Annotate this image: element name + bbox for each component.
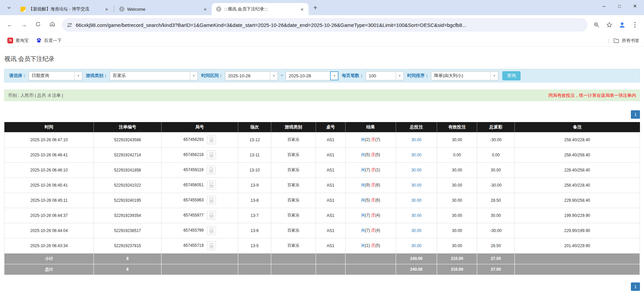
cell-payout: 30.00: [477, 208, 514, 223]
chevron-down-icon[interactable]: ▼: [490, 72, 498, 80]
cell-round-id: 657455719: [161, 238, 238, 253]
chevron-down-icon[interactable]: ▼: [396, 72, 403, 80]
browser-menu-button[interactable]: [629, 19, 641, 31]
cell-game-type: 百家乐: [271, 193, 316, 208]
game-type-select[interactable]: 百家乐 ▼: [110, 71, 198, 80]
total-bet-link[interactable]: 30.00: [411, 183, 421, 188]
sort-value: 降幂(由大到小): [431, 72, 490, 80]
all-bookmarks[interactable]: | 所有书签: [608, 38, 639, 44]
chevron-down-icon[interactable]: ▼: [190, 72, 198, 80]
video-replay-button[interactable]: [207, 150, 216, 159]
total-bet-link[interactable]: 30.00: [411, 168, 421, 172]
profile-button[interactable]: [616, 19, 628, 31]
reload-button[interactable]: [32, 18, 44, 31]
player-result: 闲: [361, 152, 365, 157]
total-bet-link[interactable]: 30.00: [411, 213, 421, 218]
cell-result: 闲(9) 庄(6): [346, 178, 396, 193]
tab-bet-records[interactable]: :::视讯 会员下注纪录::: ×: [212, 3, 309, 15]
video-replay-button[interactable]: [207, 181, 216, 190]
cell-game-type: 百家乐: [271, 162, 316, 178]
date-start-select[interactable]: 2025-10-26 ▼: [225, 71, 278, 80]
total-bet-link[interactable]: 30.00: [411, 198, 421, 203]
close-icon[interactable]: ×: [202, 6, 208, 12]
video-replay-button[interactable]: [207, 196, 216, 205]
folder-icon: [613, 38, 619, 43]
minimize-button[interactable]: ─: [596, 0, 612, 12]
subtotal-count: 8: [94, 253, 161, 264]
chevron-down-icon[interactable]: ▼: [270, 72, 278, 80]
cell-game-type: 百家乐: [271, 223, 316, 238]
bookmark-taobao[interactable]: 淘 爱淘宝: [5, 37, 31, 45]
total-bet-link[interactable]: 30.00: [411, 243, 421, 248]
video-replay-button[interactable]: [207, 135, 216, 144]
banker-result: 庄: [371, 152, 375, 157]
forward-button[interactable]: →: [17, 18, 30, 31]
bookmark-label: 百度一下: [44, 38, 62, 44]
player-result: 闲: [361, 228, 365, 233]
cell-bet-id: 522919238517: [94, 223, 161, 238]
player-result: 闲: [361, 198, 365, 202]
filter-bar: 请选择： 日期查询 ▼ 游戏类别： 百家乐 ▼ 时间区间： 2025-10-26…: [4, 69, 640, 82]
page-number-button[interactable]: 1: [631, 282, 640, 291]
table-row: 2025-10-26 06:44:04 522919238517 6574557…: [4, 223, 640, 238]
chevron-down-icon[interactable]: ▼: [74, 72, 82, 80]
cell-result: 闲(7) 庄(4): [346, 223, 396, 238]
video-replay-button[interactable]: [207, 165, 216, 175]
cell-result: 闲(5) 庄(5): [346, 147, 396, 162]
video-replay-button[interactable]: [207, 241, 216, 250]
maximize-button[interactable]: □: [612, 0, 627, 12]
subtotal-total-bet: 240.00: [396, 253, 437, 264]
url-text[interactable]: 66cxkj98.com/game/betrecord_search/kind3…: [76, 22, 583, 28]
page-size-select[interactable]: 100 ▼: [366, 71, 404, 80]
cell-payout: -30.00: [477, 132, 514, 147]
sort-select[interactable]: 降幂(由大到小) ▼: [431, 71, 498, 80]
cell-bet-id: 522919237815: [94, 238, 161, 253]
cell-session: 13-11: [238, 147, 271, 162]
date-end-value: 2025-10-26: [286, 72, 330, 80]
tab-forum[interactable]: 【新提醒】海燕论坛 - 博学交流 ×: [16, 3, 113, 15]
cell-valid-bet: 30.00: [437, 178, 477, 193]
total-bet-link[interactable]: 30.00: [411, 138, 421, 142]
sort-label: 时间排序：: [407, 73, 429, 79]
site-info-icon[interactable]: [67, 22, 72, 28]
zoom-button[interactable]: [591, 19, 602, 31]
total-total-bet: 240.00: [396, 264, 437, 275]
url-bar[interactable]: 66cxkj98.com/game/betrecord_search/kind3…: [62, 18, 587, 32]
cell-table-no: AS1: [316, 193, 346, 208]
cell-table-no: AS1: [316, 238, 346, 253]
col-bet-id: 注单编号: [94, 122, 161, 132]
cell-total-bet: 30.00: [396, 223, 437, 238]
window-close-button[interactable]: ×: [627, 0, 643, 12]
chevron-down-icon[interactable]: ▼: [330, 72, 338, 80]
cell-table-no: AS1: [316, 223, 346, 238]
bookmark-star-button[interactable]: [604, 19, 615, 31]
cell-payout: 28.50: [477, 238, 514, 253]
date-end-select[interactable]: 2025-10-26 ▼: [286, 71, 338, 80]
cell-round-id: 657455799: [161, 223, 238, 238]
cell-time: 2025-10-26 06:44:04: [4, 223, 94, 238]
tab-welcome[interactable]: Welcome ×: [115, 3, 212, 15]
close-icon[interactable]: ×: [299, 6, 305, 12]
mail-favicon-icon: [20, 6, 26, 12]
search-button[interactable]: 查询: [502, 71, 521, 80]
new-tab-button[interactable]: +: [311, 3, 320, 12]
cell-bet-id: 522919239354: [94, 208, 161, 223]
subtotal-row: 小计 8 240.00 210.00 27.00: [4, 253, 640, 264]
cell-note: 258.40/228.40: [514, 178, 640, 193]
back-button[interactable]: ←: [3, 18, 16, 31]
cell-payout: 30.00: [477, 162, 514, 178]
bookmark-baidu[interactable]: 百度一下: [33, 37, 64, 45]
tab-search-button[interactable]: [4, 3, 14, 13]
total-bet-link[interactable]: 30.00: [411, 153, 421, 157]
video-replay-button[interactable]: [207, 211, 216, 220]
query-type-select[interactable]: 日期查询 ▼: [29, 71, 82, 80]
page-number-button[interactable]: 1: [631, 110, 640, 119]
cell-bet-id: 522919241858: [94, 162, 161, 178]
video-replay-button[interactable]: [207, 226, 216, 235]
video-file-icon: [208, 137, 215, 143]
home-button[interactable]: [46, 18, 59, 31]
total-bet-link[interactable]: 30.00: [411, 228, 421, 233]
info-bar: 币别 : 人民币 | 总共 :8 注单 | 同局有效投注，统一计算在该局第一张注…: [4, 89, 640, 101]
close-icon[interactable]: ×: [104, 6, 110, 12]
person-icon: [618, 21, 626, 29]
